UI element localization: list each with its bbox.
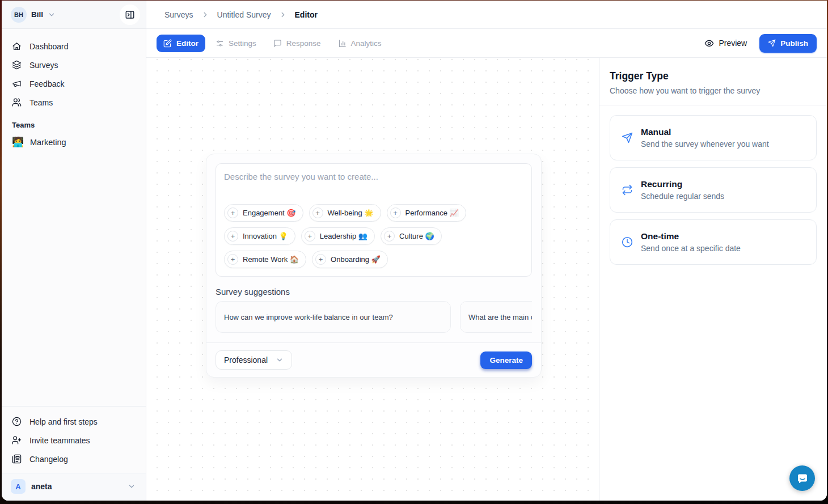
survey-composer-card: Describe the survey you want to create..…	[206, 154, 542, 378]
newspaper-icon	[12, 454, 22, 464]
app-window: BH Bill Dashboard Surveys Feedback T	[2, 1, 827, 501]
sidebar-item-surveys[interactable]: Surveys	[6, 56, 141, 74]
trigger-type-panel: Trigger Type Choose how you want to trig…	[599, 58, 827, 501]
breadcrumb: Surveys Untitled Survey Editor	[146, 1, 827, 29]
chip-leadership[interactable]: +Leadership 👥	[301, 227, 375, 245]
chevron-down-icon	[276, 356, 284, 364]
sidebar-item-label: Dashboard	[29, 42, 69, 51]
chip-innovation[interactable]: +Innovation 💡	[224, 227, 295, 245]
publish-button[interactable]: Publish	[759, 34, 817, 53]
sidebar-item-dashboard[interactable]: Dashboard	[6, 37, 141, 56]
chevron-right-icon	[201, 11, 209, 19]
main-area: Surveys Untitled Survey Editor Editor Se…	[146, 1, 827, 501]
chip-culture[interactable]: +Culture 🌍	[381, 227, 442, 245]
send-icon	[768, 39, 776, 47]
sidebar-team-marketing[interactable]: 🧑‍💻 Marketing	[6, 133, 141, 151]
trigger-option-description: Send the survey whenever you want	[641, 139, 769, 149]
preview-label: Preview	[719, 39, 747, 48]
plus-icon: +	[227, 231, 238, 242]
breadcrumb-untitled-survey[interactable]: Untitled Survey	[217, 10, 271, 19]
chevron-down-icon	[128, 482, 136, 490]
chip-onboarding[interactable]: +Onboarding 🚀	[312, 251, 388, 268]
preview-button[interactable]: Preview	[704, 39, 747, 48]
account-avatar[interactable]: BH	[11, 7, 27, 23]
chevron-down-icon[interactable]	[48, 11, 56, 19]
sidebar-item-changelog[interactable]: Changelog	[6, 450, 141, 468]
sidebar-item-label: Teams	[29, 98, 53, 107]
publish-label: Publish	[780, 39, 808, 48]
tone-value: Professional	[224, 355, 268, 365]
breadcrumb-editor: Editor	[295, 10, 318, 19]
message-icon	[273, 39, 282, 48]
sidebar-footer: Help and first steps Invite teammates Ch…	[2, 406, 146, 501]
trigger-option-recurring[interactable]: Recurring Schedule regular sends	[610, 167, 817, 213]
generate-button[interactable]: Generate	[480, 351, 532, 369]
survey-suggestions-label: Survey suggestions	[206, 277, 541, 301]
home-icon	[12, 41, 22, 51]
tab-analytics[interactable]: Analytics	[331, 35, 388, 52]
user-avatar: A	[11, 479, 26, 494]
trigger-panel-header: Trigger Type Choose how you want to trig…	[599, 58, 827, 105]
tab-editor[interactable]: Editor	[157, 35, 205, 52]
tone-select[interactable]: Professional	[216, 350, 292, 370]
team-emoji: 🧑‍💻	[12, 136, 22, 148]
user-name: aneta	[31, 482, 52, 491]
chat-bubble-icon	[796, 472, 809, 485]
sidebar-collapse-button[interactable]	[120, 5, 140, 25]
sidebar-header: BH Bill	[2, 1, 146, 29]
sidebar-item-label: Help and first steps	[29, 417, 98, 426]
bar-chart-icon	[338, 39, 347, 48]
composer-footer: Professional Generate	[206, 342, 541, 377]
send-icon	[622, 132, 633, 143]
trigger-option-title: Recurring	[641, 179, 724, 189]
survey-prompt-input[interactable]: Describe the survey you want to create..…	[216, 163, 532, 277]
chip-remote-work[interactable]: +Remote Work 🏠	[224, 251, 306, 268]
sidebar-nav: Dashboard Surveys Feedback Teams Teams 🧑…	[2, 29, 146, 406]
chevron-right-icon	[279, 11, 287, 19]
chip-label: Leadership 👥	[320, 232, 367, 240]
chip-label: Innovation 💡	[243, 232, 288, 240]
sidebar-item-label: Changelog	[29, 455, 68, 464]
layers-icon	[12, 60, 22, 70]
panel-title: Trigger Type	[610, 70, 817, 82]
trigger-option-description: Schedule regular sends	[641, 192, 724, 201]
trigger-option-description: Send once at a specific date	[641, 244, 741, 253]
sidebar: BH Bill Dashboard Surveys Feedback T	[2, 1, 146, 501]
chip-engagement[interactable]: +Engagement 🎯	[224, 204, 303, 222]
topic-chips: +Engagement 🎯 +Well-being 🌟 +Performance…	[224, 204, 523, 268]
clock-icon	[622, 236, 633, 248]
prompt-placeholder: Describe the survey you want to create..…	[224, 172, 523, 181]
plus-icon: +	[227, 207, 238, 218]
tab-label: Response	[286, 39, 321, 48]
sidebar-item-label: Invite teammates	[29, 436, 90, 445]
sidebar-item-teams[interactable]: Teams	[6, 93, 141, 112]
plus-icon: +	[315, 254, 326, 265]
chip-label: Well-being 🌟	[328, 209, 374, 217]
chip-label: Remote Work 🏠	[243, 255, 299, 264]
sidebar-item-feedback[interactable]: Feedback	[6, 74, 141, 93]
trigger-option-one-time[interactable]: One-time Send once at a specific date	[610, 219, 817, 265]
account-name[interactable]: Bill	[31, 10, 43, 19]
suggestion-card[interactable]: How can we improve work-life balance in …	[216, 301, 451, 333]
tab-response[interactable]: Response	[267, 35, 328, 52]
user-menu[interactable]: A aneta	[2, 473, 146, 501]
trigger-option-manual[interactable]: Manual Send the survey whenever you want	[610, 115, 817, 160]
chat-widget-button[interactable]	[789, 465, 815, 491]
sidebar-item-label: Feedback	[29, 79, 64, 88]
sidebar-item-help[interactable]: Help and first steps	[6, 412, 141, 431]
editor-canvas: Describe the survey you want to create..…	[146, 58, 599, 501]
chip-label: Onboarding 🚀	[331, 255, 381, 264]
suggestion-card[interactable]: What are the main ob	[460, 301, 532, 333]
tab-label: Analytics	[351, 39, 382, 48]
sidebar-item-invite-teammates[interactable]: Invite teammates	[6, 431, 141, 450]
trigger-options: Manual Send the survey whenever you want…	[599, 105, 827, 274]
plus-icon: +	[312, 207, 323, 218]
plus-icon: +	[305, 231, 315, 242]
breadcrumb-surveys[interactable]: Surveys	[164, 10, 193, 19]
chip-performance[interactable]: +Performance 📈	[387, 204, 466, 222]
teams-section-label: Teams	[6, 112, 141, 133]
tab-settings[interactable]: Settings	[209, 35, 263, 52]
eye-icon	[704, 39, 714, 48]
chip-well-being[interactable]: +Well-being 🌟	[309, 204, 381, 222]
trigger-option-title: One-time	[641, 231, 741, 242]
